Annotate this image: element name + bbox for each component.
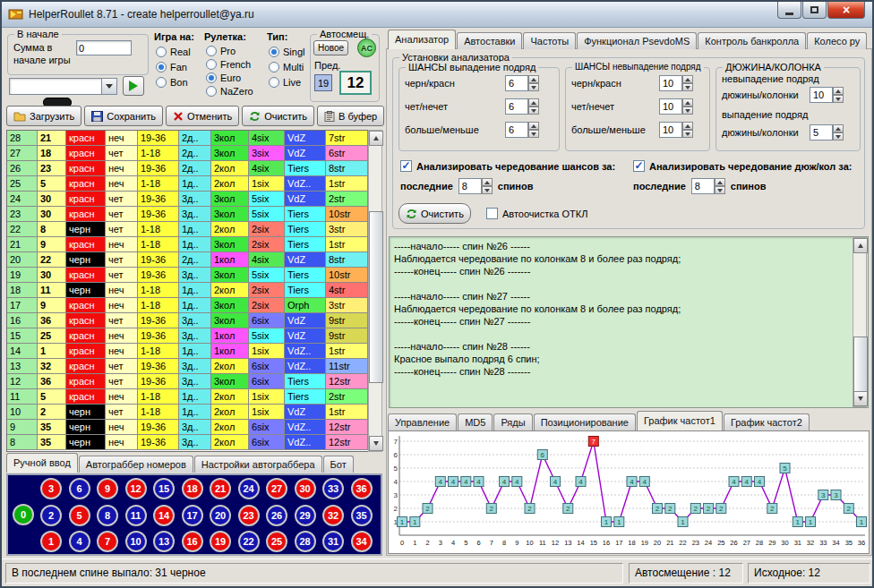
chart-tab-2[interactable]: MD5 xyxy=(458,413,493,430)
board-number-13[interactable]: 13 xyxy=(153,531,175,552)
table-row[interactable]: 2330краснчет19-363д..3кол5sixTiers10str xyxy=(7,207,369,222)
table-scrollbar[interactable] xyxy=(368,130,382,452)
chart-tab-1[interactable]: Управление xyxy=(388,413,457,430)
ac-button[interactable]: АС xyxy=(357,38,376,57)
table-row[interactable]: 1236краснчет19-363д..3кол6sixTiers12str xyxy=(7,374,369,389)
analyzer-clear-button[interactable]: Очистить xyxy=(398,203,471,224)
radio-bon[interactable] xyxy=(156,77,167,88)
board-number-1[interactable]: 1 xyxy=(40,531,62,552)
spin-down-button[interactable] xyxy=(682,83,693,91)
table-row[interactable]: 1811черннеч1-181д..2кол2sixTiers4str xyxy=(7,283,369,298)
combo-dropdown-button[interactable] xyxy=(102,78,117,95)
spin-up-button[interactable] xyxy=(715,178,725,186)
spin-down-button[interactable] xyxy=(715,186,725,194)
board-number-10[interactable]: 10 xyxy=(125,531,147,552)
board-number-36[interactable]: 36 xyxy=(351,478,373,499)
board-number-20[interactable]: 20 xyxy=(210,505,231,526)
spin-value[interactable]: 10 xyxy=(810,87,833,103)
hit-row2-spinner[interactable]: 6 xyxy=(505,98,539,115)
board-number-8[interactable]: 8 xyxy=(97,505,118,526)
spin-up-button[interactable] xyxy=(682,75,693,83)
chart-tab-3[interactable]: Ряды xyxy=(493,413,532,430)
table-row[interactable]: 2718краснчет1-182д..3кол3sixVdZ6str xyxy=(7,146,369,161)
table-row[interactable]: 1525красннеч19-363д..1кол5sixVdZ9str xyxy=(7,328,369,344)
board-number-18[interactable]: 18 xyxy=(182,478,203,499)
spin-down-button[interactable] xyxy=(528,130,539,138)
miss-row3-spinner[interactable]: 10 xyxy=(659,122,693,138)
board-number-17[interactable]: 17 xyxy=(182,505,203,526)
spin-value[interactable]: 10 xyxy=(659,98,682,115)
board-number-16[interactable]: 16 xyxy=(182,531,203,552)
maximize-button[interactable] xyxy=(802,2,827,19)
board-number-31[interactable]: 31 xyxy=(322,531,344,552)
log-scrollbar[interactable] xyxy=(853,237,867,407)
undo-button[interactable]: Отменить xyxy=(166,106,239,126)
spin-value[interactable]: 6 xyxy=(505,98,528,115)
table-row[interactable]: 935черннеч19-363д..2кол6sixVdZ..12str xyxy=(7,420,369,435)
autoclear-checkbox[interactable] xyxy=(486,208,498,219)
board-number-5[interactable]: 5 xyxy=(69,505,90,526)
chart-tab-6[interactable]: График частот2 xyxy=(724,413,810,430)
board-number-27[interactable]: 27 xyxy=(266,478,287,499)
spin-up-button[interactable] xyxy=(528,98,539,107)
copy-buffer-button[interactable]: В буфер xyxy=(317,106,384,126)
table-row[interactable]: 2022чернчет19-362д..1кол4sixVdZ8str xyxy=(7,252,369,268)
table-row[interactable]: 1930краснчет19-363д..3кол5sixTiers10str xyxy=(7,268,369,283)
scroll-down-button[interactable] xyxy=(369,436,383,451)
board-number-23[interactable]: 23 xyxy=(238,505,260,526)
close-button[interactable]: × xyxy=(827,2,865,19)
spin-down-button[interactable] xyxy=(482,186,493,194)
board-number-21[interactable]: 21 xyxy=(210,478,231,499)
load-button[interactable]: Загрузить xyxy=(6,106,81,126)
radio-live[interactable] xyxy=(269,77,279,88)
main-tab-4[interactable]: Функционал PsevdoMS xyxy=(577,32,697,49)
history-combobox[interactable] xyxy=(9,78,117,95)
hit-row1-spinner[interactable]: 6 xyxy=(505,75,539,91)
table-row[interactable]: 115красннеч1-181д..2кол1sixTiers2str xyxy=(7,389,369,405)
table-row[interactable]: 2623красннеч19-362д..2кол4sixTiers8str xyxy=(7,161,369,176)
spin-value[interactable]: 6 xyxy=(505,75,528,91)
main-tab-1[interactable]: Анализатор xyxy=(388,30,456,49)
spin-up-button[interactable] xyxy=(833,124,844,132)
main-tab-3[interactable]: Частоты xyxy=(523,32,576,49)
radio-pro[interactable] xyxy=(206,46,217,56)
history-combobox-value[interactable] xyxy=(9,78,102,95)
board-number-25[interactable]: 25 xyxy=(266,531,287,552)
board-number-33[interactable]: 33 xyxy=(322,478,344,499)
spin-up-button[interactable] xyxy=(528,122,539,130)
spin-value[interactable]: 5 xyxy=(810,124,833,141)
spin-value[interactable]: 10 xyxy=(659,122,682,138)
spin-down-button[interactable] xyxy=(528,83,539,91)
dozen-row1-spinner[interactable]: 10 xyxy=(810,87,844,103)
radio-euro[interactable] xyxy=(206,72,217,83)
input-tab-3[interactable]: Настройки автограббера xyxy=(194,456,322,473)
radio-fan[interactable] xyxy=(156,62,167,72)
board-number-11[interactable]: 11 xyxy=(125,505,147,526)
hit-row3-spinner[interactable]: 6 xyxy=(505,122,539,138)
spin-value[interactable]: 8 xyxy=(691,178,715,194)
table-row[interactable]: 141красннеч1-181д..1кол1sixVdZ..1str xyxy=(7,344,369,359)
spin-down-button[interactable] xyxy=(682,130,693,138)
clear-button[interactable]: Очистить xyxy=(242,106,314,126)
spin-down-button[interactable] xyxy=(833,132,844,141)
spin-up-button[interactable] xyxy=(682,98,693,107)
board-number-34[interactable]: 34 xyxy=(351,531,373,552)
main-tab-5[interactable]: Контроль банкролла xyxy=(698,32,806,49)
board-number-35[interactable]: 35 xyxy=(351,505,373,526)
board-number-12[interactable]: 12 xyxy=(125,478,147,499)
board-number-32[interactable]: 32 xyxy=(322,505,344,526)
board-number-4[interactable]: 4 xyxy=(69,531,90,552)
spin-value[interactable]: 10 xyxy=(659,75,682,91)
start-sum-input[interactable] xyxy=(76,40,132,55)
analyze-dozen-checkbox[interactable] xyxy=(633,160,645,172)
radio-french[interactable] xyxy=(206,59,217,70)
board-number-22[interactable]: 22 xyxy=(238,531,260,552)
table-row[interactable]: 219красннеч1-181д..3кол2sixTiers1str xyxy=(7,237,369,252)
board-number-29[interactable]: 29 xyxy=(295,505,316,526)
table-row[interactable]: 1636краснчет19-363д..3кол6sixVdZ9str xyxy=(7,313,369,328)
play-button[interactable] xyxy=(123,76,144,96)
board-number-28[interactable]: 28 xyxy=(295,531,316,552)
input-tab-2[interactable]: Автограббер номеров xyxy=(79,456,193,473)
board-number-0[interactable]: 0 xyxy=(13,504,34,525)
analyze-chances-checkbox[interactable] xyxy=(400,160,412,172)
